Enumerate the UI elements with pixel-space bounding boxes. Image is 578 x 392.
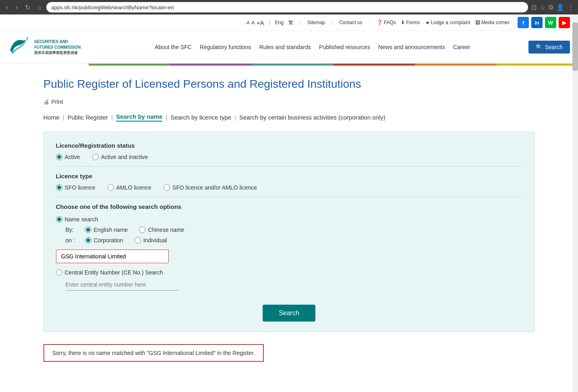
header-search-button[interactable]: 🔍 Search <box>528 41 570 54</box>
home-button[interactable]: ⌂ <box>35 3 44 12</box>
search-form-box: Licence/Registration status Active Activ… <box>44 132 535 332</box>
faqs-link[interactable]: ❓ FAQs <box>377 20 396 25</box>
back-button[interactable]: ‹ <box>4 3 10 12</box>
main-nav: About the SFC Regulatory functions Rules… <box>97 42 528 52</box>
scrollbar-thumb[interactable] <box>572 23 578 71</box>
breadcrumb-sep-2: | <box>111 114 113 121</box>
page-content: Public Register of Licensed Persons and … <box>27 66 551 374</box>
radio-amlo-input[interactable] <box>108 184 114 191</box>
logo-bird-icon <box>8 34 30 60</box>
radio-individual-input[interactable] <box>135 237 141 243</box>
media-corner-link[interactable]: 🖼 Media corner <box>475 20 510 25</box>
breadcrumb-public-register[interactable]: Public Register <box>67 114 108 121</box>
search-submit-button[interactable]: Search <box>263 305 315 322</box>
radio-active-input[interactable] <box>56 154 62 160</box>
radio-corporation-label: Corporation <box>94 237 123 243</box>
utility-bar: -A A +A | Eng 繁 | Sitemap | Contact us |… <box>0 14 578 31</box>
radio-corporation[interactable]: Corporation <box>85 237 123 243</box>
by-row: By: English name Chinese name <box>66 227 522 233</box>
print-icon: 🖨 <box>44 99 49 105</box>
divider-1 <box>56 166 522 167</box>
radio-active-inactive-label: Active and inactive <box>101 154 148 160</box>
utility-sep-2: | <box>331 20 333 25</box>
nav-news[interactable]: News and announcements <box>378 42 445 52</box>
radio-sfo-amlo-input[interactable] <box>164 184 170 191</box>
radio-individual-label: Individual <box>143 237 167 243</box>
nav-rules[interactable]: Rules and standards <box>259 42 311 52</box>
radio-sfo-label: SFO licence <box>65 184 95 191</box>
search-btn-label: Search <box>545 44 563 50</box>
text-size-normal[interactable]: A <box>251 20 255 26</box>
breadcrumb-search-by-licence[interactable]: Search by licence type <box>170 114 231 121</box>
search-icon: 🔍 <box>536 44 543 50</box>
refresh-button[interactable]: ↻ <box>23 3 32 12</box>
radio-ce-search-input[interactable] <box>56 269 62 276</box>
nav-published[interactable]: Published resources <box>319 42 370 52</box>
radio-english-name[interactable]: English name <box>85 227 128 233</box>
radio-name-search-label: Name search <box>65 216 98 223</box>
cast-icon[interactable]: ⊡ <box>531 4 537 11</box>
radio-english-name-input[interactable] <box>85 227 91 233</box>
nav-about[interactable]: About the SFC <box>155 42 192 52</box>
breadcrumb-sep-3: | <box>166 114 167 121</box>
forms-link[interactable]: ⬇ Forms <box>401 20 420 25</box>
nav-bar-published <box>334 64 415 66</box>
breadcrumb-sep-1: | <box>63 114 64 121</box>
radio-active-inactive[interactable]: Active and inactive <box>92 154 148 160</box>
name-input-wrapper <box>56 250 522 263</box>
page-title: Public Register of Licensed Persons and … <box>44 78 535 91</box>
radio-active[interactable]: Active <box>56 154 80 160</box>
radio-name-search[interactable]: Name search <box>56 216 522 223</box>
breadcrumb-sep-4: | <box>234 114 236 121</box>
nav-regulatory[interactable]: Regulatory functions <box>200 42 251 52</box>
forward-button[interactable]: › <box>13 3 19 12</box>
scrollbar[interactable] <box>572 14 578 374</box>
lang-eng[interactable]: Eng <box>275 20 284 25</box>
ce-radio-row: Central Entity Number (CE No.) Search <box>56 269 522 276</box>
licence-type-group: SFO licence AMLO licence SFO licence and… <box>56 184 522 191</box>
contact-link[interactable]: Contact us <box>339 20 362 25</box>
address-bar[interactable]: apps.sfc.hk/publicregWeb/searchByName?lo… <box>46 2 528 12</box>
error-message: Sorry, there is no name matched with "GS… <box>44 344 264 362</box>
radio-sfo-amlo[interactable]: SFO licence and/or AMLO licence <box>164 184 257 191</box>
radio-ce-search[interactable]: Central Entity Number (CE No.) Search <box>56 269 522 276</box>
text-size-controls: -A A +A <box>245 19 264 26</box>
nav-bar-about <box>89 64 170 66</box>
radio-name-search-input[interactable] <box>56 216 62 223</box>
breadcrumb-search-by-name[interactable]: Search by name <box>116 113 162 122</box>
menu-icon[interactable]: ⋮ <box>568 4 574 11</box>
breadcrumb: Home | Public Register | Search by name … <box>44 113 535 122</box>
on-row: on : Corporation Individual <box>66 237 522 243</box>
ce-number-input[interactable] <box>66 279 178 291</box>
linkedin-icon[interactable]: in <box>531 17 543 28</box>
radio-sfo-input[interactable] <box>56 184 62 191</box>
radio-corporation-input[interactable] <box>85 237 91 243</box>
browser-actions: ⊡ ☆ ⧉ 👤 ⋮ <box>531 4 574 11</box>
profile-icon[interactable]: 👤 <box>556 4 564 11</box>
licence-status-group: Active Active and inactive <box>56 154 522 160</box>
breadcrumb-search-business-activities[interactable]: Search by certain business activities (c… <box>239 114 385 121</box>
extensions-icon[interactable]: ⧉ <box>549 4 553 11</box>
star-icon[interactable]: ☆ <box>540 4 545 11</box>
radio-sfo[interactable]: SFO licence <box>56 184 95 191</box>
search-options-section: Name search By: English name Chinese nam… <box>56 216 522 297</box>
breadcrumb-home[interactable]: Home <box>44 114 60 121</box>
lang-cn[interactable]: 繁 <box>288 19 293 26</box>
radio-chinese-name-input[interactable] <box>139 227 145 233</box>
radio-individual[interactable]: Individual <box>135 237 167 243</box>
facebook-icon[interactable]: f <box>518 17 529 28</box>
print-link[interactable]: 🖨 Print <box>44 99 535 105</box>
radio-chinese-name[interactable]: Chinese name <box>139 227 184 233</box>
on-label: on : <box>66 237 82 243</box>
text-size-large[interactable]: +A <box>257 19 264 26</box>
nav-career[interactable]: Career <box>453 42 470 52</box>
text-size-small[interactable]: -A <box>245 20 250 25</box>
sitemap-link[interactable]: Sitemap <box>307 20 325 25</box>
radio-active-inactive-input[interactable] <box>92 154 99 160</box>
name-search-input[interactable] <box>56 250 169 263</box>
nav-bar-career <box>497 64 578 66</box>
youtube-icon[interactable]: ▶ <box>559 17 570 28</box>
radio-amlo[interactable]: AMLO licence <box>108 184 151 191</box>
lodge-complaint-link[interactable]: ◄ Lodge a complaint <box>425 20 470 25</box>
wechat-icon[interactable]: W <box>545 17 556 28</box>
